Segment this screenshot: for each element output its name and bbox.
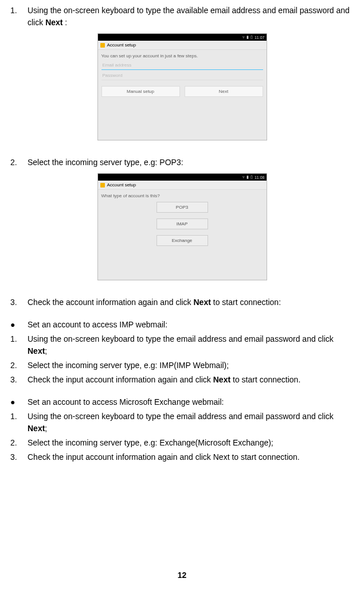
bullet-text: Set an account to access IMP webmail: xyxy=(28,319,167,331)
list-number: 2. xyxy=(10,157,28,169)
list-text: Using the on-screen keyboard to type the… xyxy=(28,5,354,29)
exchange-button[interactable]: Exchange xyxy=(156,235,208,246)
list-text: Select the incoming server type, e.g: PO… xyxy=(28,157,354,169)
list-number: 1. xyxy=(10,5,28,29)
list-number: 1. xyxy=(10,333,28,357)
list-item: 1. Using the on-screen keyboard to type … xyxy=(10,5,354,29)
email-field[interactable]: Email address xyxy=(101,61,263,70)
list-number: 3. xyxy=(10,374,28,386)
button-column: POP3 IMAP Exchange xyxy=(101,202,263,246)
list-number: 3. xyxy=(10,451,28,463)
text: Using the on-screen keyboard to type the… xyxy=(28,6,350,27)
wifi-icon: ▿ xyxy=(242,175,245,179)
list-item: 2. Select the incoming server type, e.g:… xyxy=(10,437,354,449)
list-text: Using the on-screen keyboard to type the… xyxy=(28,411,354,435)
signal-icon: ▮ xyxy=(246,175,249,179)
list-number: 3. xyxy=(10,296,28,308)
text: to start connection: xyxy=(211,298,281,307)
title-text: Account setup xyxy=(107,182,136,187)
page-number: 12 xyxy=(0,571,364,580)
list-text: Check the account information again and … xyxy=(28,296,354,308)
text-bold: Next xyxy=(213,375,230,384)
bullet: ● xyxy=(10,319,28,331)
list-text: Check the input account information agai… xyxy=(28,374,354,386)
screenshot-container: ▿ ▮ ▯ 11:08 Account setup What type of a… xyxy=(10,173,354,280)
list-item: 2. Select the incoming server type, e.g:… xyxy=(10,360,354,372)
list-item: 3. Check the input account information a… xyxy=(10,451,354,463)
list-number: 1. xyxy=(10,411,28,435)
password-field[interactable]: Password xyxy=(101,71,263,80)
list-item: 3. Check the account information again a… xyxy=(10,296,354,308)
screenshot-account-setup-1: ▿ ▮ ▯ 11:07 Account setup You can set up… xyxy=(97,33,267,140)
list-number: 2. xyxy=(10,360,28,372)
bullet: ● xyxy=(10,396,28,408)
text: Check the input account information agai… xyxy=(28,375,213,384)
text: Check the account information again and … xyxy=(28,298,194,307)
mail-icon xyxy=(100,43,105,48)
signal-icon: ▮ xyxy=(246,35,249,40)
clock: 11:08 xyxy=(255,175,265,179)
bullet-text: Set an account to access Microsoft Excha… xyxy=(28,396,224,408)
bullet-item: ● Set an account to access Microsoft Exc… xyxy=(10,396,354,408)
next-button[interactable]: Next xyxy=(185,86,263,97)
text-bold: Next xyxy=(194,298,211,307)
title-bar: Account setup xyxy=(98,181,267,190)
clock: 11:07 xyxy=(255,36,265,40)
text: : xyxy=(62,18,67,27)
manual-setup-button[interactable]: Manual setup xyxy=(101,86,180,97)
text-bold: Next xyxy=(45,18,62,27)
screenshot-account-setup-2: ▿ ▮ ▯ 11:08 Account setup What type of a… xyxy=(97,173,267,280)
battery-icon: ▯ xyxy=(251,35,253,40)
imap-button[interactable]: IMAP xyxy=(156,218,208,229)
text-bold: Next xyxy=(28,346,45,355)
battery-icon: ▯ xyxy=(251,175,253,179)
text: Using the on-screen keyboard to type the… xyxy=(28,412,334,421)
list-text: Using the on-screen keyboard to type the… xyxy=(28,333,354,357)
hint-text: You can set up your account in just a fe… xyxy=(101,53,263,58)
text: ; xyxy=(45,346,47,355)
hint-text: What type of account is this? xyxy=(101,193,263,198)
list-item: 1. Using the on-screen keyboard to type … xyxy=(10,411,354,435)
status-bar: ▿ ▮ ▯ 11:07 xyxy=(98,34,267,41)
title-bar: Account setup xyxy=(98,41,267,50)
list-item: 1. Using the on-screen keyboard to type … xyxy=(10,333,354,357)
list-text: Check the input account information agai… xyxy=(28,451,354,463)
mail-icon xyxy=(100,183,105,187)
text: to start connection. xyxy=(230,375,300,384)
status-bar: ▿ ▮ ▯ 11:08 xyxy=(98,174,267,181)
text-bold: Next xyxy=(28,424,45,433)
screenshot-container: ▿ ▮ ▯ 11:07 Account setup You can set up… xyxy=(10,33,354,140)
spacer xyxy=(10,388,354,396)
screenshot-body: What type of account is this? POP3 IMAP … xyxy=(98,190,267,249)
pop3-button[interactable]: POP3 xyxy=(156,202,208,213)
spacer xyxy=(10,311,354,319)
list-item: 3. Check the input account information a… xyxy=(10,374,354,386)
list-item: 2. Select the incoming server type, e.g:… xyxy=(10,157,354,169)
text: ; xyxy=(45,424,47,433)
screenshot-body: You can set up your account in just a fe… xyxy=(98,50,267,100)
button-row: Manual setup Next xyxy=(101,86,263,97)
title-text: Account setup xyxy=(107,42,136,48)
list-text: Select the incoming server type, e.g: IM… xyxy=(28,360,354,372)
list-number: 2. xyxy=(10,437,28,449)
text: Using the on-screen keyboard to type the… xyxy=(28,334,334,343)
bullet-item: ● Set an account to access IMP webmail: xyxy=(10,319,354,331)
wifi-icon: ▿ xyxy=(242,35,245,40)
list-text: Select the incoming server type, e.g: Ex… xyxy=(28,437,354,449)
